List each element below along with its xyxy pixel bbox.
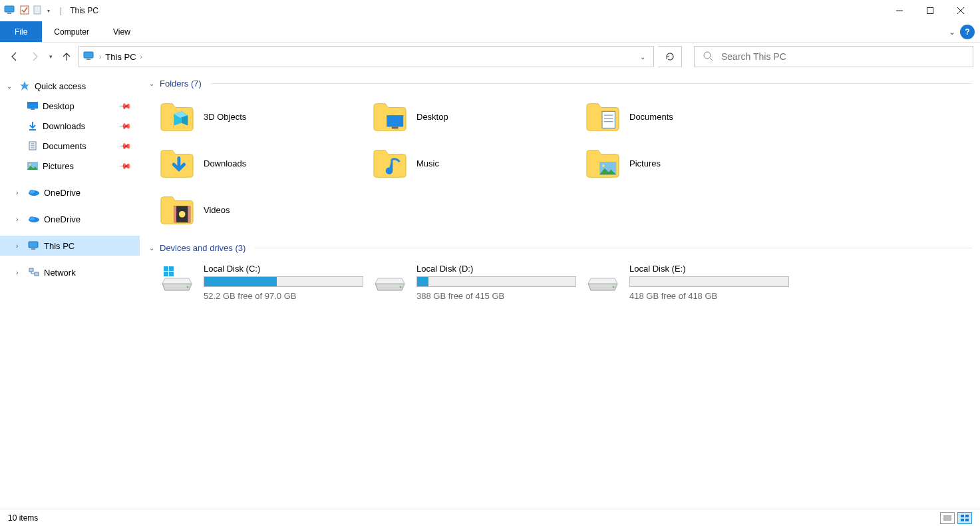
view-tiles-button[interactable] <box>957 512 972 524</box>
drive-free-text: 418 GB free of 418 GB <box>629 291 789 301</box>
window-title: This PC <box>70 6 98 15</box>
tree-label: Quick access <box>35 81 86 91</box>
tab-computer[interactable]: Computer <box>42 21 101 42</box>
close-button[interactable] <box>945 0 976 21</box>
svg-point-40 <box>179 211 186 218</box>
svg-rect-54 <box>965 519 969 521</box>
tree-onedrive[interactable]: › OneDrive <box>0 209 140 229</box>
folder-item[interactable]: Desktop <box>373 99 585 134</box>
documents-icon <box>27 140 39 152</box>
tree-qa-downloads[interactable]: Downloads 📌 <box>0 116 140 136</box>
drive-item[interactable]: Local Disk (C:) 52.2 GB free of 97.0 GB <box>160 264 373 301</box>
tree-label: Desktop <box>43 101 75 111</box>
tree-label: OneDrive <box>44 188 81 198</box>
chevron-right-icon[interactable]: › <box>16 216 24 223</box>
folder-item[interactable]: Pictures <box>585 146 798 180</box>
chevron-down-icon[interactable]: ⌄ <box>149 80 154 87</box>
svg-rect-5 <box>927 8 933 14</box>
folder-label: Pictures <box>629 158 661 168</box>
tree-label: This PC <box>44 241 75 251</box>
drive-item[interactable]: Local Disk (D:) 388 GB free of 415 GB <box>373 264 585 301</box>
drive-name: Local Disk (C:) <box>204 264 363 274</box>
tree-label: OneDrive <box>44 214 81 224</box>
qat-checkbox-icon[interactable] <box>20 5 29 17</box>
group-label: Folders (7) <box>160 79 202 89</box>
folder-item[interactable]: 3D Objects <box>160 99 373 134</box>
recent-dropdown-icon[interactable]: ▾ <box>47 49 55 65</box>
chevron-down-icon[interactable]: ⌄ <box>7 83 15 90</box>
search-box[interactable] <box>694 46 973 67</box>
chevron-right-icon[interactable]: › <box>99 53 101 61</box>
group-folders-header[interactable]: ⌄ Folders (7) <box>140 79 980 89</box>
folder-item[interactable]: Downloads <box>160 146 373 180</box>
address-dropdown-icon[interactable]: ⌄ <box>636 53 649 61</box>
refresh-button[interactable] <box>658 46 682 67</box>
forward-button[interactable] <box>27 49 43 65</box>
tree-network[interactable]: › Network <box>0 262 140 282</box>
tree-quick-access[interactable]: ⌄ Quick access <box>0 76 140 96</box>
pin-icon: 📌 <box>118 159 132 173</box>
tree-label: Downloads <box>43 121 85 131</box>
svg-rect-45 <box>169 272 174 276</box>
folder-label: Music <box>416 158 439 168</box>
chevron-right-icon[interactable]: › <box>140 53 142 61</box>
maximize-button[interactable] <box>915 0 945 21</box>
svg-rect-25 <box>29 242 38 248</box>
svg-rect-43 <box>169 266 174 271</box>
qat-doc-icon[interactable] <box>33 5 41 17</box>
folder-item[interactable]: Videos <box>160 192 373 227</box>
breadcrumb-this-pc[interactable]: This PC <box>105 52 136 62</box>
nav-tree: ⌄ Quick access Desktop 📌 Downloads 📌 Doc… <box>0 71 140 509</box>
address-bar[interactable]: › This PC › ⌄ <box>79 46 654 67</box>
search-input[interactable] <box>721 51 965 62</box>
drive-usage-bar <box>629 276 789 287</box>
tab-file[interactable]: File <box>0 21 42 42</box>
folder-item[interactable]: Documents <box>585 99 798 134</box>
drive-name: Local Disk (D:) <box>416 264 576 274</box>
tree-onedrive[interactable]: › OneDrive <box>0 182 140 202</box>
group-drives-header[interactable]: ⌄ Devices and drives (3) <box>140 243 980 253</box>
onedrive-icon <box>28 213 40 225</box>
chevron-right-icon[interactable]: › <box>16 242 24 250</box>
tree-qa-documents[interactable]: Documents 📌 <box>0 136 140 156</box>
tree-this-pc[interactable]: › This PC <box>0 236 140 256</box>
chevron-down-icon[interactable]: ⌄ <box>149 244 154 252</box>
svg-line-11 <box>710 58 713 61</box>
svg-rect-39 <box>188 206 190 222</box>
tree-qa-pictures[interactable]: Pictures 📌 <box>0 156 140 176</box>
chevron-right-icon[interactable]: › <box>16 269 24 276</box>
drive-name: Local Disk (E:) <box>629 264 789 274</box>
quick-access-icon <box>19 80 31 92</box>
drive-item[interactable]: Local Disk (E:) 418 GB free of 418 GB <box>585 264 798 301</box>
folder-icon <box>585 147 620 179</box>
navbar: ▾ › This PC › ⌄ <box>0 43 980 71</box>
svg-rect-30 <box>392 127 399 129</box>
folder-icon <box>160 147 194 179</box>
folder-icon <box>160 194 194 226</box>
tree-label: Pictures <box>43 161 74 171</box>
tree-label: Documents <box>43 141 86 151</box>
folder-item[interactable]: Music <box>373 146 585 180</box>
ribbon-expand-icon[interactable]: ⌄ <box>944 21 960 42</box>
chevron-right-icon[interactable]: › <box>16 189 24 196</box>
help-button[interactable]: ? <box>960 25 975 39</box>
tab-view[interactable]: View <box>101 21 142 42</box>
up-button[interactable] <box>59 49 75 65</box>
network-icon <box>28 266 40 278</box>
content-pane: ⌄ Folders (7) 3D ObjectsDesktopDocuments… <box>140 71 980 509</box>
qat-dropdown-icon[interactable]: ▾ <box>45 8 52 14</box>
svg-rect-29 <box>387 115 403 127</box>
svg-rect-12 <box>27 102 38 109</box>
svg-rect-0 <box>5 6 14 12</box>
svg-rect-26 <box>31 248 35 250</box>
desktop-icon <box>27 100 39 112</box>
drive-free-text: 52.2 GB free of 97.0 GB <box>204 291 363 301</box>
tree-qa-desktop[interactable]: Desktop 📌 <box>0 96 140 116</box>
onedrive-icon <box>28 186 40 198</box>
svg-rect-9 <box>86 59 90 60</box>
view-details-button[interactable] <box>940 512 955 524</box>
back-button[interactable] <box>7 49 23 65</box>
minimize-button[interactable] <box>884 0 915 21</box>
titlebar: ▾ | This PC <box>0 0 980 21</box>
folder-label: 3D Objects <box>204 112 246 122</box>
